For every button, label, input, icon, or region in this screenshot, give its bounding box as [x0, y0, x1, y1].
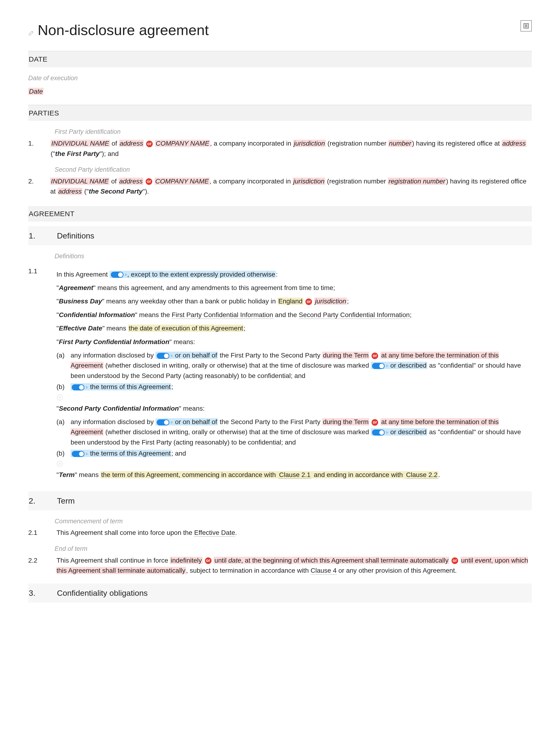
individual-name-field-2[interactable]: INDIVIDUAL NAME	[50, 178, 109, 185]
party-1-body: INDIVIDUAL NAME of address or COMPANY NA…	[50, 138, 532, 159]
toggle-icon[interactable]	[157, 419, 169, 426]
clause-2-2-link[interactable]: Clause 2.2	[405, 471, 438, 479]
chevron-right-icon	[125, 273, 127, 276]
address-field-4[interactable]: address	[58, 188, 83, 195]
def-agreement: "Agreement" means this agreement, and an…	[56, 283, 532, 293]
chevron-right-icon	[171, 354, 173, 357]
indefinitely-option[interactable]: indefinitely	[170, 557, 202, 564]
clause-2-2-body: This Agreement shall continue in force i…	[56, 555, 532, 576]
toggle-icon[interactable]	[111, 272, 124, 278]
clause-2-2-number: 2.2	[28, 555, 42, 576]
party-1-number: 1.	[28, 138, 36, 159]
item-a-2: (a)	[56, 417, 67, 447]
england-option[interactable]: England	[278, 298, 303, 305]
spci-b-body: the terms of this Agreement; and	[71, 448, 532, 458]
edit-icon	[28, 29, 35, 35]
fpci-link[interactable]: First Party Confidential Information	[172, 311, 273, 319]
section-parties-header: PARTIES	[28, 105, 532, 121]
or-pill[interactable]: or	[451, 558, 458, 564]
definitions-label: Definitions	[28, 252, 532, 261]
clause-2-1-link[interactable]: Clause 2.1	[278, 471, 311, 479]
chevron-right-icon	[386, 431, 389, 434]
event-field[interactable]: event	[475, 557, 491, 564]
clause-1-1-intro: In this Agreement , except to the extent…	[56, 269, 532, 279]
reg-number-field[interactable]: number	[388, 140, 412, 147]
second-party-term: the Second Party	[89, 188, 143, 195]
clause-1-1-number: 1.1	[28, 266, 42, 483]
section-1-header: 1. Definitions	[28, 226, 532, 245]
address-field-2[interactable]: address	[502, 140, 527, 147]
clause-4-link[interactable]: Clause 4	[311, 567, 337, 575]
def-spci-header: "Second Party Confidential Information" …	[56, 403, 532, 414]
toggle-wrapper[interactable]: , except to the extent expressly provide…	[110, 271, 276, 278]
date-field-2[interactable]: date	[229, 557, 242, 564]
second-party-label: Second Party identification	[28, 165, 532, 175]
chevron-right-icon	[171, 421, 173, 424]
first-party-term: the First Party	[55, 150, 100, 157]
end-of-term-label: End of term	[28, 544, 532, 554]
def-confidential-info: "Confidential Information" means the Fir…	[56, 310, 532, 320]
def-fpci-header: "First Party Confidential Information" m…	[56, 337, 532, 347]
fpci-b-body: the terms of this Agreement;	[71, 382, 532, 392]
add-item-button[interactable]	[56, 394, 63, 400]
address-field[interactable]: address	[119, 140, 144, 147]
address-field-3[interactable]: address	[119, 178, 144, 185]
clause-2-1-number: 2.1	[28, 528, 42, 538]
toc-button[interactable]	[521, 20, 532, 31]
toggle-icon[interactable]	[72, 384, 85, 391]
date-label: Date of execution	[28, 73, 532, 83]
spci-a-body: any information disclosed by or on behal…	[71, 417, 532, 447]
item-b: (b)	[56, 382, 67, 392]
toggle-icon[interactable]	[157, 353, 169, 359]
toggle-icon[interactable]	[372, 430, 385, 436]
effective-date-option[interactable]: the date of execution of this Agreement	[128, 325, 244, 332]
reg-number-field-2[interactable]: registration number	[388, 178, 446, 185]
def-business-day: "Business Day" means any weekday other t…	[56, 296, 532, 306]
clause-2-1-body: This Agreement shall come into force upo…	[56, 528, 532, 538]
effective-date-link[interactable]: Effective Date	[194, 529, 235, 537]
def-effective-date: "Effective Date" means the date of execu…	[56, 323, 532, 333]
page-title: Non-disclosure agreement	[38, 19, 209, 41]
during-term-field-2[interactable]: during the Term	[322, 418, 369, 426]
section-2-header: 2. Term	[28, 491, 532, 510]
date-field[interactable]: Date	[28, 88, 43, 95]
item-a: (a)	[56, 350, 67, 381]
def-term: "Term" means the term of this Agreement,…	[56, 470, 532, 480]
commencement-label: Commencement of term	[28, 516, 532, 527]
item-b-2: (b)	[56, 448, 67, 458]
spci-link[interactable]: Second Party Confidential Information	[299, 311, 410, 319]
during-term-field[interactable]: during the Term	[322, 351, 369, 359]
company-name-field[interactable]: COMPANY NAME	[155, 140, 210, 147]
chevron-right-icon	[86, 452, 88, 456]
fpci-a-body: any information disclosed by or on behal…	[71, 350, 532, 381]
chevron-right-icon	[86, 386, 88, 389]
jurisdiction-field[interactable]: jurisdiction	[293, 140, 326, 147]
party-2-body: INDIVIDUAL NAME of address or COMPANY NA…	[50, 176, 532, 197]
jurisdiction-field-3[interactable]: jurisdiction	[314, 298, 347, 305]
jurisdiction-field-2[interactable]: jurisdiction	[293, 178, 325, 185]
toggle-icon[interactable]	[372, 363, 385, 369]
or-pill[interactable]: or	[305, 298, 312, 305]
or-pill[interactable]: or	[372, 352, 378, 359]
chevron-right-icon	[386, 364, 389, 367]
company-name-field-2[interactable]: COMPANY NAME	[155, 178, 209, 185]
section-date-header: DATE	[28, 51, 532, 67]
section-agreement-header: AGREEMENT	[28, 206, 532, 222]
toggle-icon[interactable]	[72, 451, 85, 457]
or-pill[interactable]: or	[205, 558, 212, 564]
or-pill[interactable]: or	[372, 419, 378, 426]
party-2-number: 2.	[28, 176, 36, 197]
add-item-button-2[interactable]	[56, 460, 63, 466]
individual-name-field[interactable]: INDIVIDUAL NAME	[50, 140, 110, 147]
first-party-label: First Party identification	[28, 127, 532, 137]
or-pill[interactable]: or	[146, 141, 153, 147]
section-3-header: 3. Confidentiality obligations	[28, 584, 532, 603]
or-pill[interactable]: or	[146, 178, 152, 185]
